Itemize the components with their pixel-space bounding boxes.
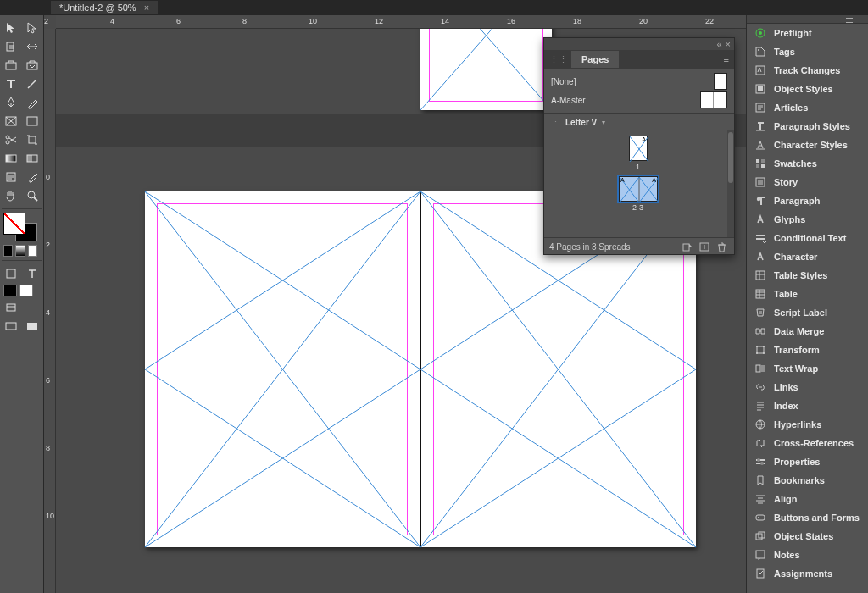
page-1-thumb[interactable]: A (629, 136, 648, 161)
hand-tool-icon[interactable] (0, 186, 22, 205)
gradient-feather-tool-icon[interactable] (22, 149, 44, 168)
master-none-row[interactable]: [None] (551, 72, 727, 91)
panel-transform[interactable]: Transform (747, 341, 868, 359)
panel-track-changes[interactable]: Track Changes (747, 61, 868, 80)
panel-preflight[interactable]: Preflight (747, 24, 868, 42)
pages-panel-titlebar[interactable]: « × (544, 38, 734, 50)
svg-rect-53 (761, 159, 765, 163)
dock-header[interactable] (747, 15, 868, 24)
panel-paragraph-styles[interactable]: Paragraph Styles (747, 117, 868, 136)
pencil-tool-icon[interactable] (22, 93, 44, 112)
panel-bookmarks[interactable]: Bookmarks (747, 471, 868, 490)
drag-handle-icon[interactable]: ⋮⋮ (549, 54, 568, 65)
text-wrap-icon (754, 362, 767, 375)
document-tab[interactable]: *Untitled-2 @ 50% × (51, 1, 158, 14)
panel-label: Data Merge (774, 326, 824, 336)
screen-mode-preview-icon[interactable] (22, 317, 44, 335)
new-page-icon[interactable] (697, 241, 712, 253)
default-white[interactable] (19, 285, 33, 296)
apply-none-icon[interactable] (28, 245, 37, 257)
delete-page-icon[interactable] (714, 241, 729, 253)
panel-swatches[interactable]: Swatches (747, 154, 868, 173)
note-tool-icon[interactable] (0, 168, 22, 186)
panel-table[interactable]: Table (747, 285, 868, 303)
pages-tab-label: Pages (581, 54, 609, 64)
buttons-and-forms-icon (754, 511, 767, 524)
panel-story[interactable]: Story (747, 173, 868, 191)
default-black[interactable] (3, 285, 17, 296)
vertical-ruler[interactable]: 0246810 (44, 29, 56, 593)
content-placer-tool-icon[interactable] (22, 56, 44, 75)
type-tool-icon[interactable] (0, 75, 22, 93)
panel-table-styles[interactable]: Table Styles (747, 266, 868, 285)
panel-articles[interactable]: Articles (747, 98, 868, 117)
formatting-container-icon[interactable] (0, 264, 22, 283)
svg-rect-54 (756, 164, 760, 168)
gradient-swatch-tool-icon[interactable] (0, 149, 22, 168)
selection-tool-icon[interactable] (0, 19, 22, 37)
apply-color-icon[interactable] (3, 245, 13, 257)
panel-label: Swatches (774, 158, 817, 169)
panel-hyperlinks[interactable]: Hyperlinks (747, 415, 868, 434)
svg-point-57 (757, 197, 760, 201)
scissors-tool-icon[interactable] (0, 130, 22, 149)
panel-align[interactable]: Align (747, 490, 868, 508)
panel-glyphs[interactable]: Glyphs (747, 210, 868, 229)
chevron-down-icon[interactable]: ▾ (602, 119, 605, 126)
svg-rect-13 (27, 155, 32, 162)
panel-menu-icon[interactable]: ≡ (724, 54, 729, 64)
panel-tags[interactable]: Tags (747, 42, 868, 61)
ruler-tick: 10 (46, 512, 54, 520)
gap-tool-icon[interactable] (22, 37, 44, 56)
master-a-row[interactable]: A-Master (551, 91, 727, 109)
pages-scrollbar[interactable] (727, 130, 734, 237)
spread-2-3-thumb[interactable]: AA (619, 176, 658, 202)
apply-gradient-icon[interactable] (15, 245, 25, 257)
formatting-text-icon[interactable] (22, 264, 44, 283)
direct-selection-tool-icon[interactable] (22, 19, 44, 37)
rectangle-frame-tool-icon[interactable] (0, 112, 22, 130)
panel-character[interactable]: Character (747, 247, 868, 266)
page-size-bar[interactable]: ⋮ Letter V ▾ (544, 114, 734, 130)
close-panel-icon[interactable]: × (726, 39, 731, 49)
panel-data-merge[interactable]: Data Merge (747, 322, 868, 341)
panel-label: Table Styles (774, 270, 827, 280)
panel-character-styles[interactable]: Character Styles (747, 136, 868, 154)
master-none-thumb[interactable] (714, 73, 727, 90)
panel-object-styles[interactable]: Object Styles (747, 80, 868, 98)
object-states-icon (754, 529, 767, 543)
panel-buttons-and-forms[interactable]: Buttons and Forms (747, 508, 868, 527)
view-mode-normal-icon[interactable] (0, 298, 22, 317)
edit-page-size-icon[interactable] (680, 241, 695, 253)
panel-text-wrap[interactable]: Text Wrap (747, 359, 868, 378)
panel-script-label[interactable]: Script Label (747, 303, 868, 322)
collapse-panel-icon[interactable]: « (716, 39, 721, 49)
content-collector-tool-icon[interactable] (0, 56, 22, 75)
page-tool-icon[interactable] (0, 37, 22, 56)
pages-tab[interactable]: Pages (571, 51, 619, 68)
right-panel-dock: PreflightTagsTrack ChangesObject StylesA… (746, 15, 868, 593)
screen-mode-icon[interactable] (0, 317, 22, 335)
fill-stroke-swatch[interactable] (3, 213, 41, 241)
line-tool-icon[interactable] (22, 75, 44, 93)
page-1[interactable] (420, 29, 552, 110)
panel-properties[interactable]: Properties (747, 452, 868, 471)
panel-cross-references[interactable]: Cross-References (747, 434, 868, 452)
panel-paragraph[interactable]: Paragraph (747, 191, 868, 210)
free-transform-tool-icon[interactable] (22, 130, 44, 149)
rectangle-tool-icon[interactable] (22, 112, 44, 130)
panel-label: Tags (774, 47, 795, 57)
zoom-tool-icon[interactable] (22, 186, 44, 205)
master-a-thumb[interactable] (700, 91, 727, 108)
panel-assignments[interactable]: Assignments (747, 564, 868, 583)
panel-object-states[interactable]: Object States (747, 527, 868, 546)
close-tab-icon[interactable]: × (144, 3, 149, 13)
panel-links[interactable]: Links (747, 378, 868, 396)
panel-notes[interactable]: Notes (747, 546, 868, 564)
data-merge-icon (754, 324, 767, 338)
eyedropper-tool-icon[interactable] (22, 168, 44, 186)
pen-tool-icon[interactable] (0, 93, 22, 112)
panel-label: Text Wrap (774, 363, 818, 374)
panel-index[interactable]: Index (747, 396, 868, 415)
panel-conditional-text[interactable]: Conditional Text (747, 229, 868, 247)
